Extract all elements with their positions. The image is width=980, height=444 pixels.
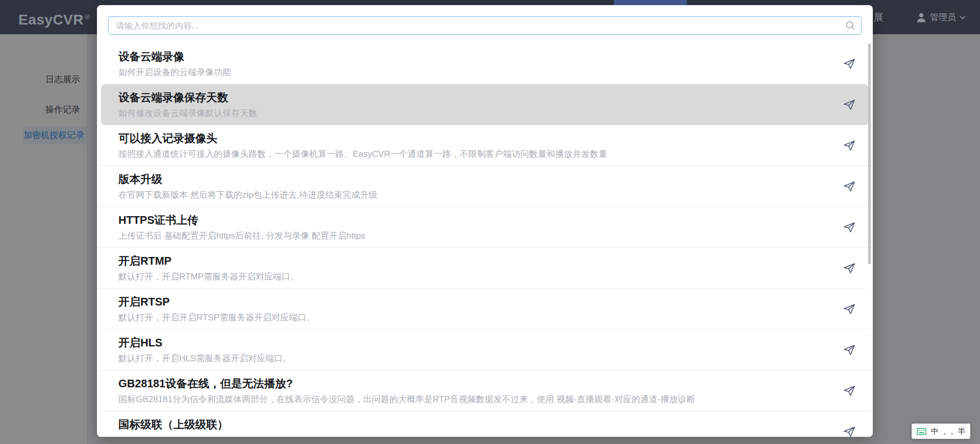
result-title: 开启RTMP	[118, 254, 837, 268]
search-result-item[interactable]: HTTPS证书上传 上传证书后 基础配置开启https后前往, 分发与录像 配置…	[97, 207, 873, 248]
search-dialog: 设备云端录像 如何开启设备的云端录像功能 设备云端录像保存天数 如何修改设备云端…	[97, 5, 873, 437]
send-icon[interactable]	[843, 344, 855, 356]
result-title: 设备云端录像保存天数	[118, 91, 837, 104]
result-description: 默认打开，开启HLS需服务器开启对应端口。	[118, 353, 837, 364]
result-title: GB28181设备在线，但是无法播放?	[118, 377, 837, 390]
result-title: 国标级联（上级级联）	[118, 418, 837, 431]
ime-item[interactable]: 。,	[943, 427, 953, 436]
send-icon[interactable]	[843, 99, 855, 110]
search-result-item[interactable]: 开启HLS 默认打开，开启HLS需服务器开启对应端口。	[97, 330, 873, 370]
search-result-item[interactable]: 可以接入记录摄像头 按照接入通道统计可接入的摄像头路数，一个摄像机算一路、Eas…	[97, 125, 873, 166]
result-description: 国标GB28181分为信令和流媒体两部分，在线表示信令没问题，出问题的大概率是R…	[118, 394, 837, 405]
result-description: 默认打开，开启RTMP需服务器开启对应端口。	[118, 271, 837, 283]
search-input[interactable]	[108, 16, 862, 35]
user-icon	[916, 12, 926, 22]
send-icon[interactable]	[843, 263, 855, 274]
ime-keyboard-icon[interactable]	[917, 428, 926, 435]
result-description: 如何修改设备云端录像默认保存天数	[118, 108, 837, 119]
send-icon[interactable]	[843, 181, 855, 192]
send-icon[interactable]	[843, 140, 855, 151]
send-icon[interactable]	[843, 58, 855, 69]
result-description: 如何开启设备的云端录像功能	[118, 67, 837, 78]
result-title: 开启RTSP	[118, 295, 837, 309]
search-box	[108, 16, 862, 35]
result-description: 在官网下载新版本 然后将下载的zip包上传进去,待进度结束完成升级	[118, 190, 837, 201]
result-title: 版本升级	[118, 173, 837, 186]
result-title: 设备云端录像	[118, 50, 837, 63]
search-result-item[interactable]: 设备云端录像保存天数 如何修改设备云端录像默认保存天数	[101, 84, 869, 125]
send-icon[interactable]	[843, 385, 855, 396]
result-description: 默认打开，开启开启RTSP需服务器开启对应端口。	[118, 312, 837, 323]
user-name: 管理员	[930, 11, 956, 23]
ime-item[interactable]: 中	[931, 427, 939, 436]
search-results-list: 设备云端录像 如何开启设备的云端录像功能 设备云端录像保存天数 如何修改设备云端…	[97, 43, 873, 437]
search-icon	[846, 21, 855, 30]
search-result-item[interactable]: 国标级联（上级级联）	[97, 411, 873, 437]
result-description: 按照接入通道统计可接入的摄像头路数，一个摄像机算一路、EasyCVR一个通道算一…	[118, 149, 837, 160]
result-title: HTTPS证书上传	[118, 214, 837, 227]
search-result-item[interactable]: 设备云端录像 如何开启设备的云端录像功能	[97, 43, 873, 84]
search-result-item[interactable]: 开启RTMP 默认打开，开启RTMP需服务器开启对应端口。	[97, 248, 873, 289]
ime-item[interactable]: 半	[958, 427, 965, 436]
send-icon[interactable]	[843, 222, 855, 233]
chevron-down-icon	[960, 15, 966, 19]
registered-mark: ®	[85, 13, 90, 21]
scrollbar-thumb[interactable]	[868, 43, 871, 264]
app-logo: EasyCVR®	[18, 0, 90, 34]
ime-items: 中。,半	[931, 427, 965, 436]
send-icon[interactable]	[843, 426, 855, 437]
result-title: 开启HLS	[118, 336, 837, 349]
user-menu[interactable]: 管理员	[916, 0, 966, 34]
result-title: 可以接入记录摄像头	[118, 132, 837, 145]
nav-item-partial[interactable]: 展	[874, 0, 884, 34]
search-result-item[interactable]: 版本升级 在官网下载新版本 然后将下载的zip包上传进去,待进度结束完成升级	[97, 166, 873, 207]
search-result-item[interactable]: 开启RTSP 默认打开，开启开启RTSP需服务器开启对应端口。	[97, 289, 873, 330]
send-icon[interactable]	[843, 303, 855, 315]
ime-toolbar: 中。,半	[912, 424, 970, 439]
search-result-item[interactable]: GB28181设备在线，但是无法播放? 国标GB28181分为信令和流媒体两部分…	[97, 370, 873, 411]
result-description: 上传证书后 基础配置开启https后前往, 分发与录像 配置开启https	[118, 230, 837, 242]
